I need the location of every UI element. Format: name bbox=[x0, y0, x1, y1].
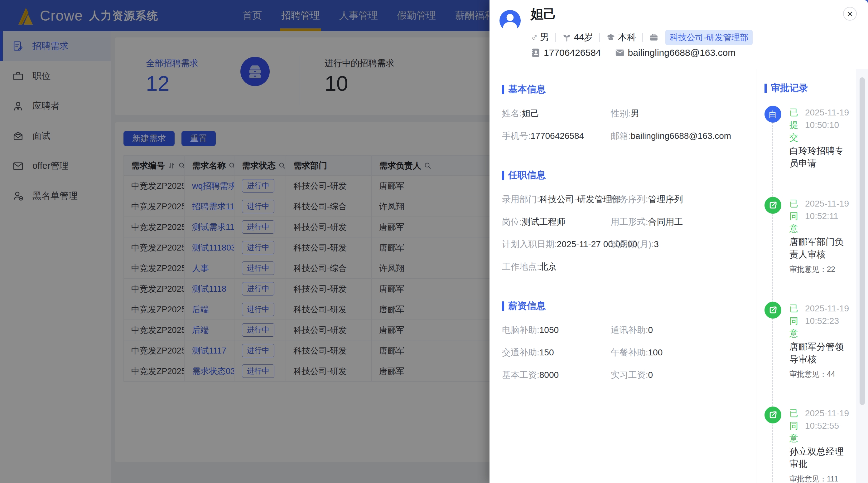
section-title-bar bbox=[502, 171, 504, 180]
field-value: 100 bbox=[648, 348, 663, 357]
field-label: 岗位: bbox=[502, 217, 522, 227]
approval-time: 10:50:10 bbox=[805, 119, 849, 131]
age-value: 44岁 bbox=[574, 31, 593, 44]
approval-title-row: 审批记录 bbox=[765, 82, 850, 94]
divider bbox=[555, 33, 556, 42]
email-value: bailingling6688@163.com bbox=[628, 48, 736, 58]
info-field: 试用期(月):3 bbox=[611, 238, 744, 250]
approval-timeline: 白 已提交 2025-11-19 10:50:10 bbox=[765, 106, 850, 483]
approval-date: 2025-11-19 bbox=[805, 198, 849, 210]
department-tag: 科技公司-研发管理部 bbox=[665, 30, 753, 45]
field-label: 实习工资: bbox=[611, 370, 648, 380]
modal-overlay[interactable] bbox=[0, 0, 490, 483]
approval-comment: 审批意见：44 bbox=[789, 369, 850, 379]
approval-status: 已同意 bbox=[789, 407, 801, 445]
timeline-entries: 白 已提交 2025-11-19 10:50:10 bbox=[765, 106, 850, 483]
male-icon: ♂ bbox=[531, 32, 538, 42]
gender-value: 男 bbox=[540, 31, 549, 44]
field-value: 测试工程师 bbox=[522, 217, 565, 227]
info-field: 手机号:17706426584 bbox=[502, 130, 611, 142]
approval-comment-label: 审批意见： bbox=[789, 370, 827, 378]
entry-header: 已提交 2025-11-19 10:50:10 bbox=[789, 106, 850, 144]
approval-status: 已同意 bbox=[789, 302, 801, 340]
approval-entry: 已同意 2025-11-19 10:52:55 孙立双总经理审批 审批意见：11… bbox=[765, 407, 850, 483]
approval-date: 2025-11-19 bbox=[805, 106, 849, 119]
drawer-body: 基本信息 姓名:妲己 性别:男 手机号:17706426584 邮箱:baili… bbox=[490, 69, 868, 483]
field-value: 3 bbox=[654, 239, 659, 249]
field-value: 北京 bbox=[539, 262, 557, 272]
field-label: 午餐补助: bbox=[611, 348, 648, 357]
section-title-bar bbox=[765, 84, 767, 93]
approval-datetime: 2025-11-19 10:52:23 bbox=[805, 302, 849, 340]
approval-title: 审批记录 bbox=[771, 82, 808, 94]
field-value: 合同用工 bbox=[648, 217, 683, 227]
info-field: 交通补助:150 bbox=[502, 347, 611, 359]
sprout-age-icon bbox=[562, 33, 571, 42]
info-field: 午餐补助:100 bbox=[611, 347, 744, 359]
field-value: 科技公司-研发管理部 bbox=[539, 194, 621, 204]
field-value: 0 bbox=[648, 370, 653, 380]
entry-header: 已同意 2025-11-19 10:52:55 bbox=[789, 407, 850, 445]
approval-entry: 已同意 2025-11-19 10:52:11 唐郦军部门负责人审核 审批意见：… bbox=[765, 198, 850, 274]
approval-comment-label: 审批意见： bbox=[789, 265, 827, 273]
section-title-row: 基本信息 bbox=[502, 83, 744, 96]
close-icon[interactable]: × bbox=[843, 7, 857, 21]
share-approve-icon bbox=[768, 306, 778, 315]
entry-header: 已同意 2025-11-19 10:52:11 bbox=[789, 198, 850, 235]
field-value: 1050 bbox=[539, 325, 559, 335]
candidate-contact-row: 17706426584 bailingling6688@163.com bbox=[531, 48, 736, 58]
drawer-scrollbar-thumb[interactable] bbox=[860, 77, 865, 405]
salary-info-grid: 电脑补助:1050 通讯补助:0 交通补助:150 午餐补助:100 基本工资:… bbox=[502, 324, 744, 392]
approval-step-title: 白玲玲招聘专员申请 bbox=[789, 144, 850, 169]
field-value: 妲己 bbox=[522, 109, 539, 118]
section-title-row: 任职信息 bbox=[502, 169, 744, 181]
approval-datetime: 2025-11-19 10:52:11 bbox=[805, 198, 849, 235]
field-label: 手机号: bbox=[502, 131, 531, 141]
info-field: 通讯补助:0 bbox=[611, 324, 744, 336]
section-basic-info: 基本信息 姓名:妲己 性别:男 手机号:17706426584 邮箱:baili… bbox=[502, 83, 744, 152]
info-field: 职务序列:管理序列 bbox=[611, 194, 744, 205]
approval-comment-value: 22 bbox=[827, 265, 835, 273]
candidate-info-column: 基本信息 姓名:妲己 性别:男 手机号:17706426584 邮箱:baili… bbox=[490, 69, 756, 483]
timeline-node bbox=[765, 302, 781, 318]
info-field: 邮箱:bailingling6688@163.com bbox=[611, 130, 744, 142]
briefcase-icon bbox=[649, 33, 658, 42]
job-info-grid: 录用部门:科技公司-研发管理部 职务序列:管理序列 岗位:测试工程师 用工形式:… bbox=[502, 194, 744, 283]
field-label: 基本工资: bbox=[502, 370, 539, 380]
approval-step-title: 孙立双总经理审批 bbox=[789, 445, 850, 470]
info-field: 计划入职日期:2025-11-27 00:00:00 bbox=[502, 238, 611, 250]
field-value: 17706426584 bbox=[531, 131, 584, 141]
section-job-info: 任职信息 录用部门:科技公司-研发管理部 职务序列:管理序列 岗位:测试工程师 … bbox=[502, 169, 744, 283]
education-value: 本科 bbox=[618, 31, 636, 44]
section-title: 薪资信息 bbox=[508, 300, 546, 312]
divider bbox=[642, 33, 643, 42]
phone-icon bbox=[531, 48, 540, 58]
field-label: 电脑补助: bbox=[502, 325, 539, 335]
section-title-bar bbox=[502, 85, 504, 94]
field-value: 0 bbox=[648, 325, 653, 335]
info-field: 用工形式:合同用工 bbox=[611, 216, 744, 228]
field-label: 用工形式: bbox=[611, 217, 648, 227]
field-label: 姓名: bbox=[502, 109, 522, 118]
field-label: 工作地点: bbox=[502, 262, 539, 272]
approval-comment-label: 审批意见： bbox=[789, 475, 827, 483]
graduation-cap-icon bbox=[606, 33, 616, 42]
approval-entry: 白 已提交 2025-11-19 10:50:10 bbox=[765, 106, 850, 169]
entry-header: 已同意 2025-11-19 10:52:23 bbox=[789, 302, 850, 340]
approval-date: 2025-11-19 bbox=[805, 407, 849, 420]
field-label: 职务序列: bbox=[611, 194, 648, 204]
field-value: 150 bbox=[539, 348, 554, 357]
field-label: 邮箱: bbox=[611, 131, 631, 141]
info-field: 姓名:妲己 bbox=[502, 108, 611, 119]
share-approve-icon bbox=[768, 201, 778, 210]
section-title: 任职信息 bbox=[508, 169, 546, 181]
field-value: 管理序列 bbox=[648, 194, 683, 204]
basic-info-grid: 姓名:妲己 性别:男 手机号:17706426584 邮箱:bailinglin… bbox=[502, 108, 744, 152]
approval-entry: 已同意 2025-11-19 10:52:23 唐郦军分管领导审核 审批意见：4… bbox=[765, 302, 850, 379]
drawer-header: 妲己 ♂ 男 44岁 本科 科技公司-研发管理部 17706426584 bbox=[490, 0, 868, 69]
info-field: 工作地点:北京 bbox=[502, 261, 611, 273]
approval-status: 已同意 bbox=[789, 198, 801, 235]
section-title-bar bbox=[502, 302, 504, 311]
info-field: 电脑补助:1050 bbox=[502, 324, 611, 336]
drawer-scrollbar-track bbox=[856, 69, 868, 483]
